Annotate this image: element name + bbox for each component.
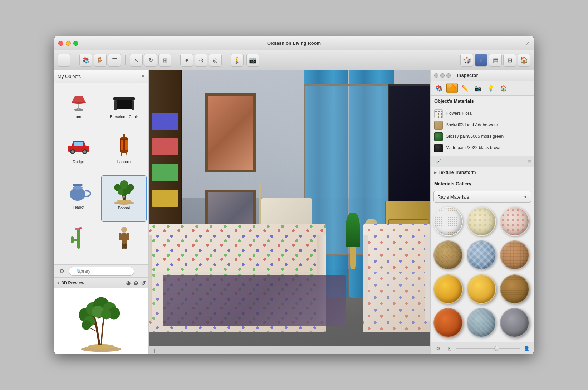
svg-rect-39 <box>122 233 127 243</box>
texture-transform-label: Texture Transform <box>438 170 476 175</box>
left-panel: My Objects ▼ Lamp <box>54 70 149 354</box>
zoom-out-icon[interactable]: ⊖ <box>133 280 138 287</box>
chair-label: Barselona Chair <box>110 114 138 119</box>
gallery-bottom-bar: ⚙ ⊡ 👤 <box>431 342 534 354</box>
slider-thumb[interactable] <box>494 346 499 351</box>
dot-button[interactable]: ⊙ <box>195 54 207 67</box>
chair-icon <box>110 88 138 113</box>
gear-button[interactable]: ⚙ <box>57 266 67 276</box>
mat-ball-5[interactable] <box>467 240 496 270</box>
viewport-bottom-bar: ||| <box>149 346 430 354</box>
material-item-flowers-flora[interactable]: Flowers Flora <box>431 108 534 120</box>
preview-header[interactable]: ▼ 3D Preview ⊕ ⊖ ↺ <box>54 278 148 288</box>
eyedropper-button[interactable]: 💉 <box>433 157 443 166</box>
gallery-gear-button[interactable]: ⚙ <box>433 344 443 353</box>
object-item-lantern[interactable]: Lantern <box>101 130 147 175</box>
mat-ball-7[interactable] <box>433 274 463 304</box>
toolbar: ← 📚 🪑 ☰ ↖ ↻ ⊞ ● ⊙ ◎ 🚶 📷 🎲 i ▤ ⊞ 🏠 <box>54 50 534 70</box>
reset-icon[interactable]: ↺ <box>141 280 146 287</box>
mat-ball-1[interactable] <box>433 207 463 236</box>
more-button[interactable]: ≡ <box>528 158 531 165</box>
mat-ball-2[interactable] <box>467 207 496 236</box>
objects-button[interactable]: 🪑 <box>94 54 107 67</box>
flowers-flora-swatch <box>434 109 443 118</box>
gallery-export-button[interactable]: ⊡ <box>445 344 454 353</box>
minimize-button[interactable] <box>66 41 71 46</box>
maximize-button[interactable] <box>73 41 78 46</box>
svg-rect-41 <box>127 233 129 240</box>
titlebar: Oldfashion Living Room ⤢ <box>54 36 534 50</box>
close-button[interactable] <box>58 41 63 46</box>
3d-box-button[interactable]: 🎲 <box>460 54 473 67</box>
inspector-traffic-lights <box>434 73 451 78</box>
object-item-lamp[interactable]: Lamp <box>56 85 101 130</box>
main-content: My Objects ▼ Lamp <box>54 70 534 354</box>
toolbar-sep-1 <box>75 55 75 65</box>
camera-button[interactable]: 📷 <box>246 54 259 67</box>
objects-grid: Lamp Barselona Chair <box>54 83 148 264</box>
toolbar-sep-2 <box>125 55 126 65</box>
object-item-cactus[interactable] <box>56 222 101 263</box>
svg-rect-6 <box>115 100 133 109</box>
zoom-in-icon[interactable]: ⊕ <box>126 280 131 287</box>
mat-ball-12[interactable] <box>500 308 529 337</box>
search-input[interactable] <box>69 267 134 276</box>
link-tool[interactable]: ⊞ <box>158 54 171 67</box>
library-button[interactable]: 📚 <box>79 54 92 67</box>
layout2-button[interactable]: ⊞ <box>503 54 516 67</box>
gallery-person-button[interactable]: 👤 <box>522 344 531 353</box>
svg-point-36 <box>75 228 79 230</box>
texture-transform[interactable]: ▶ Texture Transform <box>431 167 534 178</box>
object-item-bonsai[interactable]: Bonsai <box>101 175 147 222</box>
inspector-panel: Inspector 📚 🔶 ✏️ 📷 💡 🏠 Object's Material… <box>430 70 534 354</box>
object-item-chair[interactable]: Barselona Chair <box>101 85 147 130</box>
select-tool[interactable]: ↖ <box>130 54 143 67</box>
material-item-matte[interactable]: Matte paint/8022 black brown <box>431 142 534 154</box>
insp-minimize-button[interactable] <box>440 73 445 78</box>
lamp-icon <box>64 88 93 113</box>
insp-maximize-button[interactable] <box>446 73 451 78</box>
room-scene <box>149 70 430 354</box>
tab-pencil[interactable]: ✏️ <box>459 83 471 93</box>
layout1-button[interactable]: ▤ <box>489 54 502 67</box>
tab-sphere[interactable]: 🔶 <box>446 83 458 93</box>
insp-close-button[interactable] <box>434 73 438 78</box>
svg-rect-7 <box>114 100 117 110</box>
mat-ball-8[interactable] <box>467 274 496 304</box>
object-item-teapot[interactable]: Teapot <box>56 175 101 222</box>
right-toolbar: 🎲 i ▤ ⊞ 🏠 <box>460 54 530 67</box>
inspector-title: Inspector <box>457 73 478 78</box>
tab-house[interactable]: 🏠 <box>498 83 509 93</box>
resize-button[interactable]: ⤢ <box>525 40 530 47</box>
tab-library[interactable]: 📚 <box>433 83 445 93</box>
back-button[interactable]: ← <box>58 54 70 67</box>
mat-ball-6[interactable] <box>500 240 529 270</box>
brick-swatch <box>434 121 443 130</box>
mat-ball-10[interactable] <box>433 308 463 337</box>
objects-dropdown[interactable]: My Objects ▼ <box>54 70 148 83</box>
gallery-slider[interactable] <box>456 348 520 349</box>
object-item-dodge[interactable]: Dodge <box>56 130 101 175</box>
rotate-tool[interactable]: ↻ <box>144 54 157 67</box>
material-item-glossy[interactable]: Glossy paint/6005 moss green <box>431 131 534 142</box>
mat-ball-4[interactable] <box>433 240 463 270</box>
brick-name: Brick/003 Light Adobe-work <box>446 122 530 128</box>
mat-ball-3[interactable] <box>500 207 529 236</box>
objects-materials-header: Object's Materials <box>431 96 534 106</box>
mat-ball-9[interactable] <box>500 274 529 304</box>
tab-camera[interactable]: 📷 <box>472 83 484 93</box>
figure-icon <box>110 225 138 250</box>
record-button[interactable]: ● <box>180 54 193 67</box>
house-button[interactable]: 🏠 <box>518 54 530 67</box>
mat-ball-11[interactable] <box>467 308 496 337</box>
svg-rect-43 <box>124 243 127 249</box>
object-item-figure[interactable] <box>101 222 147 263</box>
info-button[interactable]: i <box>475 54 487 67</box>
tab-bulb[interactable]: 💡 <box>485 83 496 93</box>
circle-button[interactable]: ◎ <box>209 54 222 67</box>
list-button[interactable]: ☰ <box>108 54 121 67</box>
gallery-dropdown[interactable]: Ray's Materials ▼ <box>433 191 531 203</box>
inspector-titlebar: Inspector <box>431 70 534 81</box>
walk-button[interactable]: 🚶 <box>231 54 244 67</box>
material-item-brick[interactable]: Brick/003 Light Adobe-work <box>431 120 534 131</box>
